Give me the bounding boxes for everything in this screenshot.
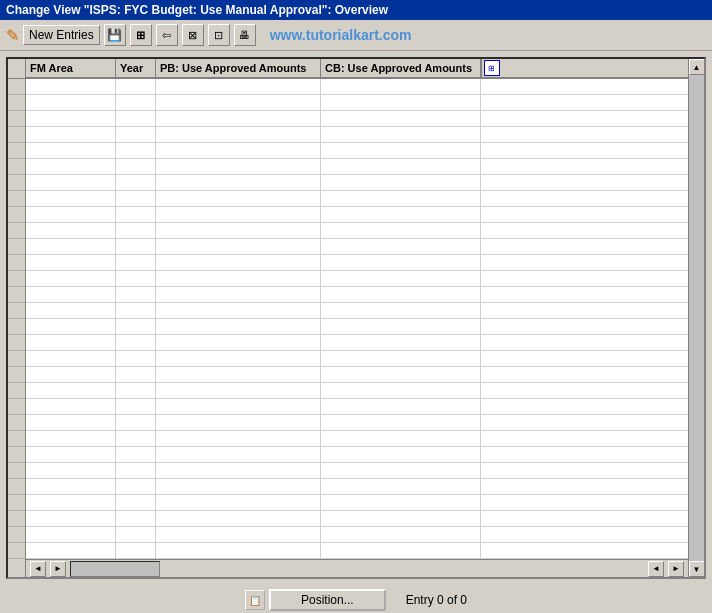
cell-pb[interactable] [156, 351, 321, 366]
row-header-cell[interactable] [8, 95, 25, 111]
cell-cb[interactable] [321, 351, 481, 366]
cell-pb[interactable] [156, 207, 321, 222]
cell-fm[interactable] [26, 367, 116, 382]
cell-cb[interactable] [321, 79, 481, 94]
table-row[interactable] [26, 399, 688, 415]
scroll-right-end2-button[interactable]: ► [668, 561, 684, 577]
cell-pb[interactable] [156, 415, 321, 430]
cell-fm[interactable] [26, 431, 116, 446]
cell-cb[interactable] [321, 447, 481, 462]
row-header-cell[interactable] [8, 191, 25, 207]
cell-fm[interactable] [26, 399, 116, 414]
cell-year[interactable] [116, 495, 156, 510]
cell-fm[interactable] [26, 495, 116, 510]
scroll-up-button[interactable]: ▲ [689, 59, 705, 75]
scroll-down-button[interactable]: ▼ [689, 561, 705, 577]
row-header-cell[interactable] [8, 415, 25, 431]
cell-year[interactable] [116, 223, 156, 238]
cell-pb[interactable] [156, 399, 321, 414]
cell-cb[interactable] [321, 431, 481, 446]
cell-year[interactable] [116, 111, 156, 126]
table-row[interactable] [26, 255, 688, 271]
cell-cb[interactable] [321, 399, 481, 414]
cell-cb[interactable] [321, 143, 481, 158]
cell-pb[interactable] [156, 319, 321, 334]
cell-pb[interactable] [156, 511, 321, 526]
cell-year[interactable] [116, 207, 156, 222]
row-header-cell[interactable] [8, 175, 25, 191]
cell-fm[interactable] [26, 415, 116, 430]
cell-year[interactable] [116, 127, 156, 142]
cell-fm[interactable] [26, 447, 116, 462]
scroll-right-button[interactable]: ► [50, 561, 66, 577]
cell-pb[interactable] [156, 127, 321, 142]
cell-cb[interactable] [321, 367, 481, 382]
cancel-button[interactable]: ⊡ [208, 24, 230, 46]
table-row[interactable] [26, 351, 688, 367]
shortcut-button[interactable]: ⊞ [130, 24, 152, 46]
cell-year[interactable] [116, 367, 156, 382]
cell-year[interactable] [116, 447, 156, 462]
table-row[interactable] [26, 239, 688, 255]
cell-fm[interactable] [26, 207, 116, 222]
cell-pb[interactable] [156, 79, 321, 94]
row-header-cell[interactable] [8, 447, 25, 463]
cell-year[interactable] [116, 287, 156, 302]
cell-year[interactable] [116, 335, 156, 350]
cell-fm[interactable] [26, 303, 116, 318]
cell-pb[interactable] [156, 335, 321, 350]
row-header-cell[interactable] [8, 495, 25, 511]
cell-cb[interactable] [321, 175, 481, 190]
cell-year[interactable] [116, 303, 156, 318]
cell-pb[interactable] [156, 111, 321, 126]
row-header-cell[interactable] [8, 159, 25, 175]
cell-fm[interactable] [26, 479, 116, 494]
cell-pb[interactable] [156, 239, 321, 254]
table-row[interactable] [26, 335, 688, 351]
table-row[interactable] [26, 223, 688, 239]
save-button[interactable]: 💾 [104, 24, 126, 46]
scroll-right-end-button[interactable]: ◄ [648, 561, 664, 577]
scroll-left-button[interactable]: ◄ [30, 561, 46, 577]
cell-fm[interactable] [26, 335, 116, 350]
cell-pb[interactable] [156, 543, 321, 558]
cell-cb[interactable] [321, 335, 481, 350]
cell-fm[interactable] [26, 159, 116, 174]
cell-pb[interactable] [156, 431, 321, 446]
cell-fm[interactable] [26, 95, 116, 110]
row-header-cell[interactable] [8, 287, 25, 303]
cell-cb[interactable] [321, 511, 481, 526]
table-row[interactable] [26, 175, 688, 191]
row-header-cell[interactable] [8, 511, 25, 527]
cell-pb[interactable] [156, 191, 321, 206]
row-header-cell[interactable] [8, 527, 25, 543]
table-row[interactable] [26, 527, 688, 543]
cell-cb[interactable] [321, 223, 481, 238]
cell-year[interactable] [116, 479, 156, 494]
cell-pb[interactable] [156, 143, 321, 158]
row-header-cell[interactable] [8, 367, 25, 383]
row-header-cell[interactable] [8, 143, 25, 159]
cell-year[interactable] [116, 79, 156, 94]
cell-pb[interactable] [156, 479, 321, 494]
cell-pb[interactable] [156, 303, 321, 318]
cell-fm[interactable] [26, 463, 116, 478]
row-header-cell[interactable] [8, 543, 25, 559]
row-header-cell[interactable] [8, 207, 25, 223]
cell-fm[interactable] [26, 383, 116, 398]
table-row[interactable] [26, 367, 688, 383]
cell-year[interactable] [116, 463, 156, 478]
cell-cb[interactable] [321, 463, 481, 478]
cell-year[interactable] [116, 271, 156, 286]
table-layout-icon[interactable]: ⊞ [484, 60, 500, 76]
cell-year[interactable] [116, 239, 156, 254]
cell-pb[interactable] [156, 271, 321, 286]
cell-cb[interactable] [321, 303, 481, 318]
cell-year[interactable] [116, 431, 156, 446]
cell-fm[interactable] [26, 143, 116, 158]
table-row[interactable] [26, 79, 688, 95]
row-header-cell[interactable] [8, 479, 25, 495]
cell-year[interactable] [116, 543, 156, 558]
table-row[interactable] [26, 463, 688, 479]
cell-year[interactable] [116, 255, 156, 270]
